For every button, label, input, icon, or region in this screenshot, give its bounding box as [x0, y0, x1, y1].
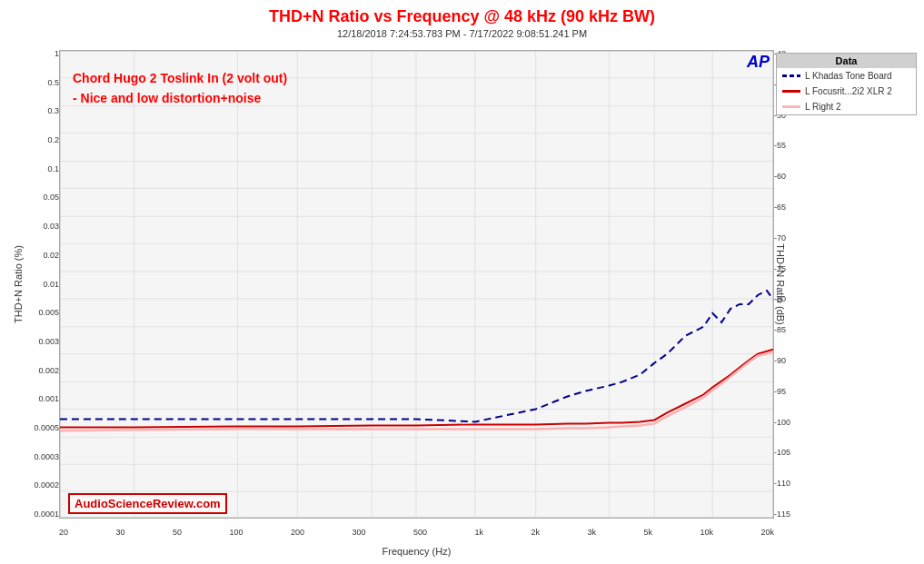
y-tick-right: -60	[774, 173, 786, 181]
legend-item-label: L Right 2	[805, 102, 841, 112]
y-axis-left-label: THD+N Ratio (%)	[9, 50, 27, 519]
y-tick-left: 0.0003	[34, 453, 59, 461]
legend-item: L Focusrit...2i2 XLR 2	[777, 84, 916, 99]
y-tick-right: -80	[774, 295, 786, 303]
y-tick-left: 0.2	[47, 136, 59, 144]
y-tick-right: -110	[774, 480, 790, 488]
y-tick-left: 0.003	[38, 338, 59, 346]
y-tick-left: 0.0005	[34, 424, 59, 432]
x-tick: 1k	[474, 528, 483, 537]
annotation-line1: Chord Hugo 2 Toslink In (2 volt out)	[73, 68, 287, 88]
y-tick-right: -95	[774, 388, 786, 396]
x-tick: 300	[352, 528, 365, 537]
y-tick-right: -105	[774, 449, 790, 457]
legend-item-label: L Focusrit...2i2 XLR 2	[805, 86, 892, 96]
y-tick-right: -90	[774, 357, 786, 365]
x-tick: 100	[229, 528, 243, 537]
y-tick-right: -75	[774, 265, 786, 273]
chart-title: THD+N Ratio vs Frequency @ 48 kHz (90 kH…	[0, 0, 924, 26]
ap-logo: AP	[747, 53, 770, 72]
y-tick-left: 0.002	[38, 367, 59, 375]
x-axis-label: Frequency (Hz)	[59, 546, 774, 557]
annotation-line2: - Nice and low distortion+noise	[73, 88, 287, 108]
y-tick-left: 0.005	[38, 309, 59, 317]
y-tick-right: -65	[774, 203, 786, 212]
x-tick: 20	[59, 528, 68, 537]
legend-item: L Right 2	[777, 99, 916, 114]
y-tick-left: 0.001	[38, 395, 59, 403]
legend-item-label: L Khadas Tone Board	[805, 71, 892, 81]
chart-subtitle: 12/18/2018 7:24:53.783 PM - 7/17/2022 9:…	[0, 28, 924, 39]
y-tick-left: 0.5	[47, 79, 59, 87]
legend-title: Data	[777, 54, 916, 68]
x-ticks: 2030501002003005001k2k3k5k10k20k	[59, 528, 774, 537]
y-tick-left: 0.0001	[34, 510, 59, 519]
y-ticks-left: 10.50.30.20.10.050.030.020.010.0050.0030…	[25, 50, 59, 519]
x-tick: 20k	[760, 528, 774, 537]
y-tick-left: 0.0002	[34, 481, 59, 490]
legend-color-line	[782, 105, 800, 108]
y-tick-left: 0.1	[47, 165, 59, 173]
y-tick-right: -115	[774, 510, 790, 519]
y-tick-right: -85	[774, 326, 786, 334]
x-tick: 500	[413, 528, 427, 537]
chart-container: THD+N Ratio vs Frequency @ 48 kHz (90 kH…	[0, 0, 924, 564]
legend-color-line	[782, 90, 800, 93]
y-ticks-right: -40-45-50-55-60-65-70-75-80-85-90-95-100…	[774, 50, 808, 519]
x-tick: 10k	[700, 528, 713, 537]
x-tick: 200	[291, 528, 304, 537]
watermark: AudioScienceReview.com	[68, 493, 227, 514]
x-tick: 30	[115, 528, 124, 537]
y-tick-right: -55	[774, 142, 786, 150]
legend-box: Data L Khadas Tone BoardL Focusrit...2i2…	[776, 53, 917, 115]
x-tick: 2k	[531, 528, 540, 537]
x-tick: 50	[173, 528, 182, 537]
legend-items: L Khadas Tone BoardL Focusrit...2i2 XLR …	[777, 68, 916, 114]
legend-item: L Khadas Tone Board	[777, 68, 916, 84]
legend-color-line	[782, 74, 800, 77]
y-tick-right: -70	[774, 234, 786, 242]
annotation-text: Chord Hugo 2 Toslink In (2 volt out) - N…	[73, 68, 287, 109]
y-tick-left: 0.02	[43, 252, 59, 260]
x-tick: 3k	[587, 528, 596, 537]
y-tick-right: -100	[774, 419, 790, 427]
y-tick-left: 0.3	[47, 107, 59, 115]
chart-area	[59, 50, 774, 519]
x-tick: 5k	[643, 528, 652, 537]
y-tick-left: 0.01	[43, 281, 59, 289]
y-tick-left: 0.05	[43, 193, 59, 202]
y-tick-left: 0.03	[43, 223, 59, 231]
